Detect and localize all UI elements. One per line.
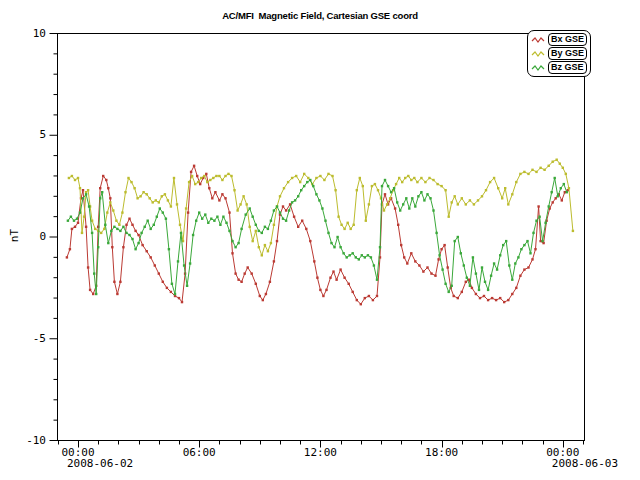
by-line-sample-icon — [531, 49, 546, 59]
legend-label-bz: Bz GSE — [548, 61, 587, 74]
plot-window: AC/MFI Magnetic Field, Cartesian GSE coo… — [0, 0, 640, 480]
legend: Bx GSE By GSE Bz GSE — [527, 30, 591, 77]
bx-line-sample-icon — [531, 35, 546, 45]
y-axis-label: nT — [8, 229, 21, 242]
legend-item-bz: Bz GSE — [531, 61, 587, 74]
legend-item-bx: Bx GSE — [531, 33, 587, 46]
legend-label-bx: Bx GSE — [548, 33, 587, 46]
legend-item-by: By GSE — [531, 47, 587, 60]
bz-line-sample-icon — [531, 63, 546, 73]
legend-label-by: By GSE — [548, 47, 587, 60]
